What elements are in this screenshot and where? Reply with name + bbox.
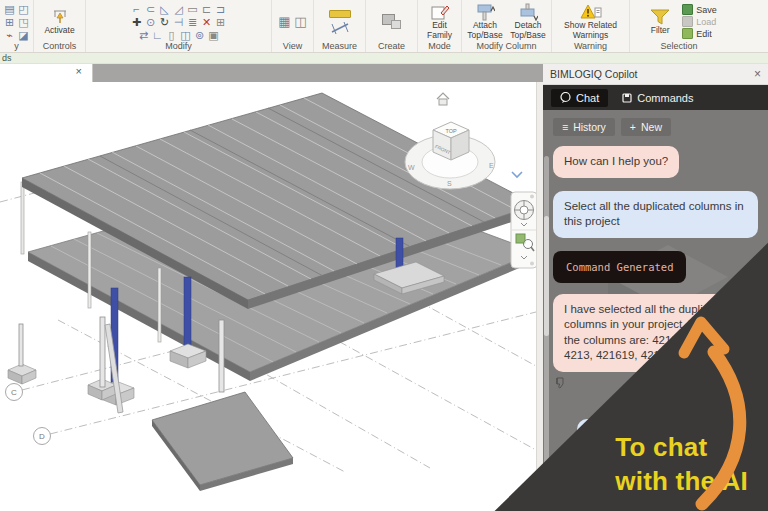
chevron-down-icon[interactable] xyxy=(512,172,522,177)
split-icon[interactable]: ⊐ xyxy=(214,3,227,15)
activate-button[interactable]: Activate xyxy=(43,7,75,36)
paint-icon[interactable]: ⊏ xyxy=(200,3,213,15)
group-label-view: View xyxy=(275,41,310,52)
ribbon-group-modify-column: Attach Top/Base Detach Top/Base Modify C… xyxy=(462,0,552,52)
view-tab-strip: × xyxy=(0,64,543,82)
ribbon-group-modify: ⌐ ⊂ ◺ ◿ ▭ ⊏ ⊐ ✚ ⊙ ↻ ⊣ ≣ ✕ xyxy=(86,0,272,52)
panel-close-icon[interactable]: × xyxy=(754,67,761,81)
compass-south[interactable]: S xyxy=(447,180,452,187)
group-label-measure: Measure xyxy=(317,41,362,52)
array-icon[interactable]: ≣ xyxy=(186,16,199,28)
rotate-icon[interactable]: ↻ xyxy=(158,16,171,28)
pick-icon[interactable]: ◳ xyxy=(17,16,30,28)
create-group-icon[interactable] xyxy=(382,14,401,29)
move-icon[interactable]: ✚ xyxy=(130,16,143,28)
corner-icon[interactable]: ∟ xyxy=(151,29,164,41)
compass-west[interactable]: W xyxy=(408,164,415,171)
grid-bubble-c[interactable]: C xyxy=(6,384,23,401)
chat-toolbar: ≡ History + New xyxy=(553,118,758,136)
promo-caption: To chat with the AI xyxy=(615,431,748,498)
blue-column-2[interactable] xyxy=(184,277,191,354)
options-bar-text: ds xyxy=(2,53,12,63)
compass-east[interactable]: E xyxy=(489,162,494,169)
ribbon-group-controls: Activate Controls xyxy=(34,0,86,52)
group-label-mode: Mode xyxy=(421,41,458,52)
tab-chat[interactable]: Chat xyxy=(551,89,608,107)
svg-text:D: D xyxy=(39,432,45,441)
modify-tools[interactable]: ⌐ ⊂ ◺ ◿ ▭ ⊏ ⊐ ✚ ⊙ ↻ ⊣ ≣ ✕ xyxy=(130,3,227,41)
history-button[interactable]: ≡ History xyxy=(553,118,615,136)
copy-move-icon[interactable]: ⊙ xyxy=(144,16,157,28)
group-label-controls: Controls xyxy=(37,41,82,52)
hide-icon[interactable]: ▦ xyxy=(278,16,291,28)
pin-element-icon[interactable]: ◫ xyxy=(179,29,192,41)
copilot-title-bar: BIMLOGIQ Copilot × xyxy=(543,64,768,85)
scale-icon[interactable]: ▯ xyxy=(165,29,178,41)
ribbon-group-create: Create xyxy=(366,0,418,52)
navigation-bar[interactable] xyxy=(511,192,536,268)
detached-slab[interactable] xyxy=(152,392,293,491)
grid-bubble-d[interactable]: D xyxy=(34,428,51,445)
ribbon-group-warning: Show Related Warnings Warning xyxy=(552,0,630,52)
ribbon-group-mode: Edit Family Mode xyxy=(418,0,462,52)
filter-button[interactable]: Filter xyxy=(641,7,679,36)
delete-icon[interactable]: ✕ xyxy=(200,16,213,28)
extend-icon[interactable]: ▣ xyxy=(207,29,220,41)
copilot-title: BIMLOGIQ Copilot xyxy=(550,68,638,80)
edit-family-button[interactable]: Edit Family xyxy=(421,2,458,41)
paste-icon[interactable]: ◰ xyxy=(17,3,30,15)
new-chat-button[interactable]: + New xyxy=(621,118,671,136)
copy-icon[interactable]: ▤ xyxy=(3,3,16,15)
match-icon[interactable]: ⊞ xyxy=(3,16,16,28)
mirror-draw-icon[interactable]: ◿ xyxy=(172,3,185,15)
ribbon: ▤◰ ⊞◳ ⌁◪ y Activate xyxy=(0,0,768,53)
group-label-warning: Warning xyxy=(555,41,626,52)
copilot-tabs: Chat Commands xyxy=(543,85,768,110)
filter-funnel-icon xyxy=(649,8,671,26)
measure-ruler-icon[interactable] xyxy=(329,10,351,18)
tab-commands[interactable]: Commands xyxy=(622,92,693,104)
save-selection-button[interactable]: Save xyxy=(682,4,717,15)
assistant-message-greeting: How can I help you? xyxy=(553,146,679,178)
cut-icon[interactable]: ▭ xyxy=(186,3,199,15)
drawing-area[interactable]: C D xyxy=(0,82,536,511)
ribbon-group-view: ▦ ◫ View xyxy=(272,0,314,52)
join-icon[interactable]: ◪ xyxy=(17,29,30,41)
offset-icon[interactable]: ⊂ xyxy=(144,3,157,15)
unpin-icon[interactable]: ⊚ xyxy=(193,29,206,41)
history-icon: ≡ xyxy=(562,121,568,133)
viewcube-top-face[interactable]: TOP xyxy=(445,128,457,134)
viewcube[interactable]: W S E TOP FRONT xyxy=(405,122,495,189)
trim-icon[interactable]: ⇄ xyxy=(137,29,150,41)
options-bar: ds xyxy=(0,53,768,64)
edit-family-icon xyxy=(430,3,450,21)
chat-scrollbar[interactable] xyxy=(544,156,549,486)
home-icon[interactable] xyxy=(437,93,449,105)
reveal-icon[interactable]: ◫ xyxy=(294,16,307,28)
hammer-icon[interactable]: ⌁ xyxy=(3,29,16,41)
group-label-selection: Selection xyxy=(633,41,725,52)
dimension-icon[interactable] xyxy=(330,22,350,34)
cope-icon[interactable]: ⌐ xyxy=(130,3,143,15)
close-view-icon[interactable]: × xyxy=(76,65,82,77)
clipboard-icons[interactable]: ▤◰ ⊞◳ ⌁◪ xyxy=(3,3,30,41)
group-icon[interactable]: ⊞ xyxy=(214,16,227,28)
edit-selection-button[interactable]: Edit xyxy=(682,28,717,39)
mirror-icon[interactable]: ◺ xyxy=(158,3,171,15)
revit-window: ▤◰ ⊞◳ ⌁◪ y Activate xyxy=(0,0,768,511)
ribbon-group-partial: ▤◰ ⊞◳ ⌁◪ y xyxy=(0,0,34,52)
detach-top-base-button[interactable]: Detach Top/Base xyxy=(508,2,548,41)
small-cube-icon xyxy=(391,20,401,29)
align-icon[interactable]: ⊣ xyxy=(172,16,185,28)
model-viewport[interactable]: C D xyxy=(0,82,536,511)
show-related-warnings-button[interactable]: Show Related Warnings xyxy=(555,2,626,41)
active-view-tab[interactable]: × xyxy=(0,64,93,82)
attach-top-base-button[interactable]: Attach Top/Base xyxy=(465,2,505,41)
command-generated-badge: Command Generated xyxy=(553,251,686,283)
load-selection-icon xyxy=(682,16,693,27)
user-message-select-columns: Select all the duplicated columns in thi… xyxy=(553,191,758,238)
warning-icon xyxy=(580,3,602,21)
plus-icon: + xyxy=(630,121,636,133)
detach-column-icon xyxy=(518,3,538,21)
steering-wheel-icon[interactable] xyxy=(515,201,534,220)
